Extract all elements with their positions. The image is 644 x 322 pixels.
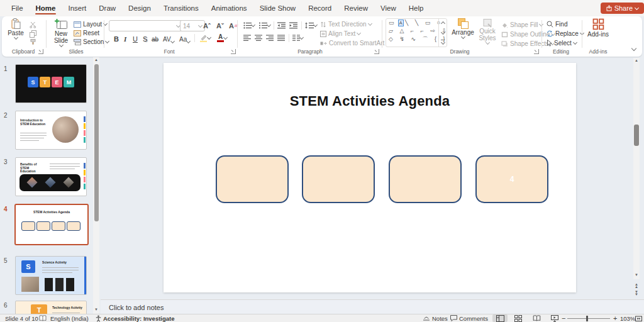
- thumbnail-slide-4-selected[interactable]: STEM Activities Agenda: [14, 204, 89, 245]
- character-spacing-button[interactable]: AV: [163, 33, 174, 43]
- line-spacing-button[interactable]: [305, 21, 317, 30]
- zoom-in-button[interactable]: +: [613, 314, 617, 322]
- font-color-button[interactable]: A: [217, 33, 227, 43]
- menu-design[interactable]: Design: [122, 1, 157, 16]
- align-center-button[interactable]: [255, 33, 262, 43]
- columns-button[interactable]: [292, 33, 303, 43]
- bold-button[interactable]: B: [114, 33, 119, 43]
- scroll-up-icon[interactable]: [440, 21, 445, 25]
- thumbnail-scrollbar-thumb[interactable]: [94, 64, 99, 221]
- align-right-button[interactable]: [266, 33, 274, 43]
- scroll-up-icon[interactable]: ▲: [633, 58, 640, 62]
- align-left-button[interactable]: [243, 33, 251, 43]
- underline-button[interactable]: U: [133, 33, 138, 43]
- fit-slide-button[interactable]: [635, 314, 642, 322]
- font-name-combo[interactable]: [109, 20, 183, 31]
- cut-button[interactable]: [30, 20, 36, 30]
- thumbnail-slide-2[interactable]: Introduction to STEM Education: [15, 111, 87, 150]
- decrease-indent-button[interactable]: [277, 21, 286, 30]
- increase-font-size-button[interactable]: Aˆ: [203, 21, 211, 30]
- justify-button[interactable]: [277, 33, 285, 43]
- thumbnail-slide-6[interactable]: T Technology Activity: [15, 301, 87, 314]
- agenda-box-4[interactable]: 4: [475, 155, 548, 203]
- italic-button[interactable]: I: [124, 33, 126, 43]
- thumbnail-scrollbar[interactable]: ▲ ▼: [93, 57, 99, 314]
- find-button[interactable]: Find: [547, 20, 567, 28]
- text-direction-button[interactable]: Text Direction: [320, 20, 372, 28]
- menu-insert[interactable]: Insert: [62, 1, 92, 16]
- agenda-box-1[interactable]: [216, 155, 289, 203]
- layout-button[interactable]: Layout: [74, 20, 107, 28]
- canvas-scrollbar-thumb[interactable]: [634, 125, 639, 146]
- shape-fill-button[interactable]: Shape Fill: [501, 21, 543, 29]
- paste-button[interactable]: Paste: [4, 18, 27, 47]
- slide-sorter-view-button[interactable]: [511, 314, 526, 322]
- shape-icons[interactable]: ╲ ╲ ▭ ○: [405, 19, 443, 26]
- select-button[interactable]: Select: [547, 39, 577, 47]
- proofing-button[interactable]: [39, 314, 47, 322]
- comments-toggle[interactable]: Comments: [450, 314, 488, 322]
- normal-view-button[interactable]: [492, 314, 508, 322]
- previous-slide-button[interactable]: ▲▲: [633, 283, 640, 288]
- scroll-up-icon[interactable]: ▲: [93, 58, 99, 62]
- format-painter-button[interactable]: [30, 38, 36, 47]
- scroll-down-icon[interactable]: [440, 30, 445, 34]
- decrease-font-size-button[interactable]: Aˇ: [216, 21, 224, 30]
- menu-transitions[interactable]: Transitions: [157, 1, 205, 16]
- clipboard-dialog-launcher[interactable]: [38, 49, 43, 54]
- thumbnail-slide-3[interactable]: Benefits of STEM Education: [15, 157, 87, 196]
- agenda-box-2[interactable]: [302, 155, 375, 203]
- replace-button[interactable]: Replace: [547, 30, 584, 38]
- text-box-shape-icon[interactable]: A: [398, 19, 404, 26]
- text-shadow-button[interactable]: S: [143, 33, 147, 43]
- collapse-ribbon-icon[interactable]: [631, 46, 636, 51]
- quick-styles-button[interactable]: Quick Styles: [475, 18, 500, 47]
- slide-title[interactable]: STEM Activities Agenda: [164, 93, 576, 109]
- menu-review[interactable]: Review: [338, 1, 374, 16]
- change-case-button[interactable]: Aa: [179, 33, 190, 43]
- drawing-dialog-launcher[interactable]: [534, 49, 539, 54]
- convert-to-smartart-button[interactable]: Convert to SmartArt: [320, 39, 389, 47]
- zoom-slider-thumb[interactable]: [586, 316, 588, 321]
- menu-record[interactable]: Record: [302, 1, 338, 16]
- zoom-slider-track[interactable]: [567, 318, 610, 319]
- font-size-combo[interactable]: 14: [180, 20, 205, 31]
- zoom-out-button[interactable]: −: [562, 314, 565, 322]
- agenda-box-3[interactable]: [389, 155, 462, 203]
- rectangle-shape-icon[interactable]: ▭: [389, 19, 397, 26]
- copy-button[interactable]: [30, 29, 36, 38]
- highlight-color-button[interactable]: [199, 33, 211, 43]
- menu-help[interactable]: Help: [402, 1, 430, 16]
- menu-file[interactable]: File: [5, 1, 30, 16]
- notes-pane[interactable]: Click to add notes: [101, 299, 644, 314]
- new-slide-button[interactable]: New Slide: [50, 18, 72, 47]
- strikethrough-button[interactable]: ab: [152, 33, 158, 43]
- zoom-level[interactable]: 103%: [620, 314, 635, 322]
- arrange-button[interactable]: Arrange: [450, 18, 476, 47]
- scroll-down-icon[interactable]: ▼: [633, 273, 640, 277]
- notes-placeholder[interactable]: Click to add notes: [109, 304, 164, 311]
- add-ins-button[interactable]: Add-ins: [584, 18, 612, 47]
- slide-show-button[interactable]: [547, 314, 562, 322]
- share-button[interactable]: Share: [601, 3, 644, 14]
- reset-button[interactable]: Reset: [74, 29, 99, 37]
- menu-slide-show[interactable]: Slide Show: [253, 1, 303, 16]
- thumbnail-slide-5[interactable]: S Science Activity: [15, 256, 87, 295]
- reading-view-button[interactable]: [529, 314, 544, 322]
- canvas-scrollbar[interactable]: ▲ ▼: [633, 58, 640, 279]
- align-text-button[interactable]: Align Text: [320, 30, 360, 38]
- menu-home[interactable]: Home: [30, 1, 62, 16]
- menu-view[interactable]: View: [374, 1, 402, 16]
- scroll-down-icon[interactable]: ▼: [93, 308, 99, 311]
- accessibility-button[interactable]: Accessibility: Investigate: [96, 314, 175, 322]
- paragraph-dialog-launcher[interactable]: [374, 49, 379, 54]
- shapes-gallery[interactable]: ▭A╲ ╲ ▭ ○ ▱ △ ⌐ ⌐ ⇨ ⇩ ◇ ↯ ∿ ⌒ { }: [386, 18, 447, 47]
- font-dialog-launcher[interactable]: [231, 49, 236, 54]
- language-button[interactable]: English (India): [50, 314, 89, 322]
- clear-formatting-button[interactable]: A: [229, 21, 238, 30]
- menu-animations[interactable]: Animations: [205, 1, 253, 16]
- bullets-button[interactable]: [243, 21, 255, 30]
- thumbnail-slide-1[interactable]: S T E M: [15, 64, 87, 103]
- menu-draw[interactable]: Draw: [92, 1, 122, 16]
- slide-canvas[interactable]: STEM Activities Agenda 4: [164, 63, 576, 292]
